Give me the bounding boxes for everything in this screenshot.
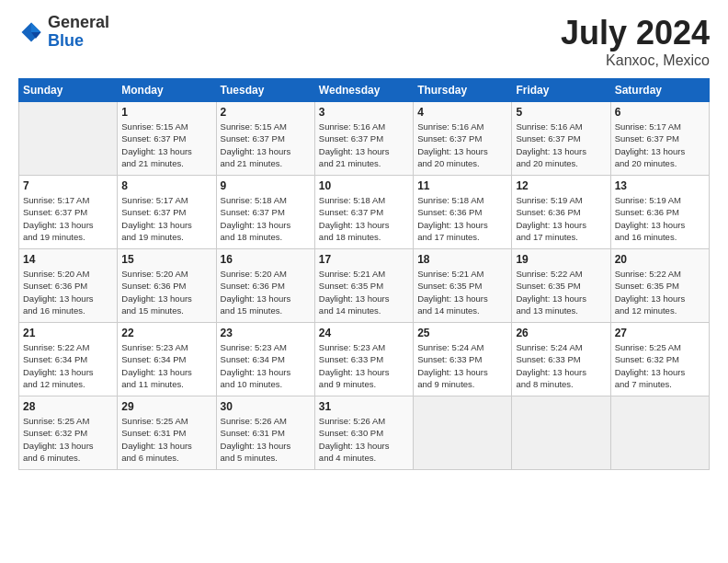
calendar-cell	[414, 396, 512, 470]
day-number: 31	[319, 400, 409, 413]
day-number: 28	[23, 400, 113, 413]
col-sunday: Sunday	[19, 79, 118, 102]
calendar-cell: 21Sunrise: 5:22 AM Sunset: 6:34 PM Dayli…	[19, 323, 118, 396]
day-number: 10	[319, 179, 409, 192]
day-info: Sunrise: 5:25 AM Sunset: 6:31 PM Dayligh…	[121, 415, 211, 464]
day-info: Sunrise: 5:23 AM Sunset: 6:34 PM Dayligh…	[121, 341, 211, 390]
day-info: Sunrise: 5:15 AM Sunset: 6:37 PM Dayligh…	[121, 121, 211, 169]
day-number: 6	[615, 106, 705, 119]
header: General Blue July 2024 Kanxoc, Mexico	[18, 14, 710, 69]
calendar-week-4: 21Sunrise: 5:22 AM Sunset: 6:34 PM Dayli…	[19, 323, 710, 396]
logo-blue-text: Blue	[48, 32, 109, 51]
day-info: Sunrise: 5:18 AM Sunset: 6:37 PM Dayligh…	[221, 194, 311, 243]
calendar-cell: 22Sunrise: 5:23 AM Sunset: 6:34 PM Dayli…	[118, 323, 216, 396]
day-info: Sunrise: 5:20 AM Sunset: 6:36 PM Dayligh…	[221, 268, 311, 316]
calendar-cell: 30Sunrise: 5:26 AM Sunset: 6:31 PM Dayli…	[216, 396, 314, 470]
calendar-cell: 25Sunrise: 5:24 AM Sunset: 6:33 PM Dayli…	[414, 323, 512, 396]
svg-marker-1	[31, 22, 41, 32]
day-info: Sunrise: 5:21 AM Sunset: 6:35 PM Dayligh…	[417, 268, 507, 316]
col-friday: Friday	[512, 79, 610, 102]
logo-general-text: General	[48, 14, 109, 32]
logo-text: General Blue	[48, 14, 109, 51]
day-number: 2	[221, 106, 311, 119]
calendar-cell: 13Sunrise: 5:19 AM Sunset: 6:36 PM Dayli…	[610, 176, 709, 249]
col-saturday: Saturday	[610, 79, 709, 102]
calendar-cell: 6Sunrise: 5:17 AM Sunset: 6:37 PM Daylig…	[610, 102, 709, 176]
calendar-cell: 2Sunrise: 5:15 AM Sunset: 6:37 PM Daylig…	[216, 102, 314, 176]
day-info: Sunrise: 5:16 AM Sunset: 6:37 PM Dayligh…	[516, 121, 606, 169]
calendar-cell	[19, 102, 118, 176]
calendar-cell: 19Sunrise: 5:22 AM Sunset: 6:35 PM Dayli…	[512, 249, 610, 323]
day-number: 16	[221, 253, 311, 266]
calendar-cell: 8Sunrise: 5:17 AM Sunset: 6:37 PM Daylig…	[118, 176, 216, 249]
day-info: Sunrise: 5:22 AM Sunset: 6:34 PM Dayligh…	[23, 341, 113, 390]
day-number: 26	[516, 327, 606, 339]
day-info: Sunrise: 5:17 AM Sunset: 6:37 PM Dayligh…	[615, 121, 705, 169]
day-info: Sunrise: 5:18 AM Sunset: 6:37 PM Dayligh…	[319, 194, 409, 243]
calendar-cell: 26Sunrise: 5:24 AM Sunset: 6:33 PM Dayli…	[512, 323, 610, 396]
day-info: Sunrise: 5:22 AM Sunset: 6:35 PM Dayligh…	[516, 268, 606, 316]
day-number: 27	[615, 327, 705, 339]
calendar-cell: 1Sunrise: 5:15 AM Sunset: 6:37 PM Daylig…	[118, 102, 216, 176]
calendar-cell: 17Sunrise: 5:21 AM Sunset: 6:35 PM Dayli…	[314, 249, 413, 323]
day-info: Sunrise: 5:15 AM Sunset: 6:37 PM Dayligh…	[221, 121, 311, 169]
day-info: Sunrise: 5:24 AM Sunset: 6:33 PM Dayligh…	[516, 341, 606, 390]
calendar-cell: 20Sunrise: 5:22 AM Sunset: 6:35 PM Dayli…	[610, 249, 709, 323]
calendar-cell: 27Sunrise: 5:25 AM Sunset: 6:32 PM Dayli…	[610, 323, 709, 396]
calendar-cell: 31Sunrise: 5:26 AM Sunset: 6:30 PM Dayli…	[314, 396, 413, 470]
day-info: Sunrise: 5:23 AM Sunset: 6:34 PM Dayligh…	[221, 341, 311, 390]
day-info: Sunrise: 5:19 AM Sunset: 6:36 PM Dayligh…	[516, 194, 606, 243]
day-info: Sunrise: 5:19 AM Sunset: 6:36 PM Dayligh…	[615, 194, 705, 243]
col-tuesday: Tuesday	[216, 79, 314, 102]
calendar-cell: 4Sunrise: 5:16 AM Sunset: 6:37 PM Daylig…	[414, 102, 512, 176]
calendar-cell: 9Sunrise: 5:18 AM Sunset: 6:37 PM Daylig…	[216, 176, 314, 249]
day-number: 21	[23, 327, 113, 339]
calendar-cell: 12Sunrise: 5:19 AM Sunset: 6:36 PM Dayli…	[512, 176, 610, 249]
calendar-week-2: 7Sunrise: 5:17 AM Sunset: 6:37 PM Daylig…	[19, 176, 710, 249]
day-number: 18	[417, 253, 507, 266]
calendar-week-3: 14Sunrise: 5:20 AM Sunset: 6:36 PM Dayli…	[19, 249, 710, 323]
day-number: 9	[221, 179, 311, 192]
calendar-location: Kanxoc, Mexico	[561, 52, 710, 69]
calendar-week-5: 28Sunrise: 5:25 AM Sunset: 6:32 PM Dayli…	[19, 396, 710, 470]
day-number: 30	[221, 400, 311, 413]
title-block: July 2024 Kanxoc, Mexico	[561, 14, 710, 69]
day-number: 29	[121, 400, 211, 413]
day-number: 5	[516, 106, 606, 119]
day-number: 12	[516, 179, 606, 192]
calendar-table: Sunday Monday Tuesday Wednesday Thursday…	[18, 78, 710, 470]
page-container: General Blue July 2024 Kanxoc, Mexico Su…	[0, 0, 728, 479]
calendar-cell: 23Sunrise: 5:23 AM Sunset: 6:34 PM Dayli…	[216, 323, 314, 396]
day-number: 17	[319, 253, 409, 266]
day-info: Sunrise: 5:23 AM Sunset: 6:33 PM Dayligh…	[319, 341, 409, 390]
col-wednesday: Wednesday	[314, 79, 413, 102]
day-info: Sunrise: 5:26 AM Sunset: 6:30 PM Dayligh…	[319, 415, 409, 464]
day-info: Sunrise: 5:22 AM Sunset: 6:35 PM Dayligh…	[615, 268, 705, 316]
day-number: 25	[417, 327, 507, 339]
header-row: Sunday Monday Tuesday Wednesday Thursday…	[19, 79, 710, 102]
logo: General Blue	[18, 14, 109, 51]
day-info: Sunrise: 5:20 AM Sunset: 6:36 PM Dayligh…	[23, 268, 113, 316]
day-info: Sunrise: 5:25 AM Sunset: 6:32 PM Dayligh…	[615, 341, 705, 390]
calendar-cell: 29Sunrise: 5:25 AM Sunset: 6:31 PM Dayli…	[118, 396, 216, 470]
day-info: Sunrise: 5:24 AM Sunset: 6:33 PM Dayligh…	[417, 341, 507, 390]
day-number: 20	[615, 253, 705, 266]
calendar-cell	[610, 396, 709, 470]
day-info: Sunrise: 5:17 AM Sunset: 6:37 PM Dayligh…	[121, 194, 211, 243]
day-number: 3	[319, 106, 409, 119]
logo-icon	[18, 19, 44, 45]
calendar-cell: 14Sunrise: 5:20 AM Sunset: 6:36 PM Dayli…	[19, 249, 118, 323]
day-number: 15	[121, 253, 211, 266]
day-info: Sunrise: 5:26 AM Sunset: 6:31 PM Dayligh…	[221, 415, 311, 464]
day-info: Sunrise: 5:25 AM Sunset: 6:32 PM Dayligh…	[23, 415, 113, 464]
col-monday: Monday	[118, 79, 216, 102]
calendar-title: July 2024	[561, 14, 710, 52]
calendar-cell: 24Sunrise: 5:23 AM Sunset: 6:33 PM Dayli…	[314, 323, 413, 396]
day-number: 23	[221, 327, 311, 339]
calendar-cell: 3Sunrise: 5:16 AM Sunset: 6:37 PM Daylig…	[314, 102, 413, 176]
day-number: 11	[417, 179, 507, 192]
calendar-cell: 28Sunrise: 5:25 AM Sunset: 6:32 PM Dayli…	[19, 396, 118, 470]
calendar-cell: 7Sunrise: 5:17 AM Sunset: 6:37 PM Daylig…	[19, 176, 118, 249]
day-number: 22	[121, 327, 211, 339]
day-info: Sunrise: 5:20 AM Sunset: 6:36 PM Dayligh…	[121, 268, 211, 316]
